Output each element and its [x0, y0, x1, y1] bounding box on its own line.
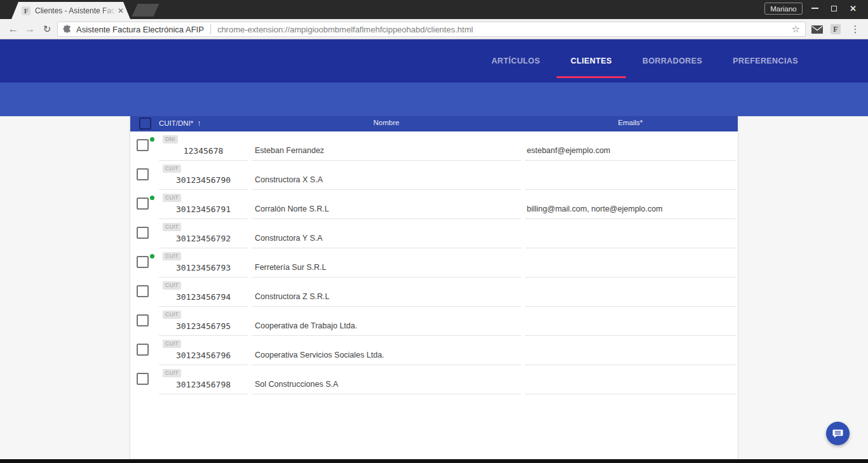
cuit-field[interactable]: CUIT 30123456793	[159, 248, 248, 278]
cuit-field[interactable]: CUIT 30123456794	[159, 278, 248, 307]
nav-item-clientes[interactable]: CLIENTES	[571, 39, 612, 83]
browser-profile-button[interactable]: Mariano	[764, 3, 803, 15]
bookmark-star-icon[interactable]: ☆	[792, 23, 800, 35]
table-row: CUIT 30123456793 Ferretería Sur S.R.L	[130, 248, 738, 278]
back-button[interactable]: ←	[5, 22, 22, 37]
extension-name: Asistente Factura Electrónica AFIP	[76, 25, 204, 34]
cuit-field[interactable]: CUIT 30123456792	[159, 219, 248, 248]
name-field[interactable]: Constructora X S.A	[252, 161, 521, 190]
id-number: 30123456793	[159, 263, 248, 272]
extension-puzzle-icon	[63, 25, 72, 34]
window-close-button[interactable]: ✕	[844, 0, 862, 17]
browser-menu-button[interactable]: ⋮	[848, 22, 863, 36]
page-toolbar: Clientes Editar listado de clientes - Gu…	[0, 83, 868, 116]
forward-button[interactable]: →	[22, 22, 38, 37]
row-checkbox[interactable]	[137, 198, 149, 210]
cuit-field[interactable]: CUIT 30123456796	[159, 336, 248, 365]
client-name: Constructora Y S.A	[255, 234, 323, 243]
column-header-nombre[interactable]: Nombre	[252, 119, 521, 126]
emails-field[interactable]	[525, 365, 736, 394]
id-number: 30123456798	[159, 380, 248, 389]
client-name: Constructora Z S.R.L	[255, 292, 329, 301]
id-type-badge: CUIT	[163, 340, 181, 348]
row-checkbox[interactable]	[137, 373, 149, 385]
new-tab-button[interactable]	[132, 4, 159, 17]
table-row: CUIT 30123456791 Corralón Norte S.R.L bi…	[130, 190, 738, 219]
screen-bottom-edge	[0, 459, 868, 463]
name-field[interactable]: Constructora Y S.A	[252, 219, 521, 248]
browser-toolbar: ← → ↻ Asistente Factura Electrónica AFIP…	[0, 19, 868, 39]
emails-field[interactable]	[525, 278, 736, 307]
id-number: 30123456790	[159, 175, 248, 185]
afip-extension-button[interactable]: F	[828, 22, 843, 36]
address-bar[interactable]: Asistente Factura Electrónica AFIP chrom…	[57, 22, 806, 37]
id-number: 30123456795	[159, 321, 248, 331]
client-name: Sol Construcciones S.A	[255, 380, 338, 389]
column-header-emails[interactable]: Emails*	[525, 119, 736, 126]
synced-indicator	[150, 196, 154, 200]
id-number: 12345678	[159, 146, 248, 156]
row-checkbox[interactable]	[137, 314, 149, 326]
client-name: Cooperativa de Trabajo Ltda.	[255, 321, 357, 330]
window-restore-button[interactable]	[825, 0, 843, 17]
id-type-badge: CUIT	[163, 223, 181, 231]
name-field[interactable]: Cooperativa Servicios Sociales Ltda.	[252, 336, 521, 365]
row-select-cell	[130, 131, 159, 161]
id-type-badge: CUIT	[163, 194, 181, 202]
name-field[interactable]: Sol Construcciones S.A	[252, 365, 521, 394]
client-table-body: DNI 12345678 Esteban Fernandez estebanf@…	[130, 131, 738, 394]
app-header: F Empresa local GRATIS Administrador ▼ A…	[0, 39, 868, 83]
main-nav: ARTÍCULOSCLIENTESBORRADORESPREFERENCIAS	[491, 39, 798, 83]
table-row: CUIT 30123456798 Sol Construcciones S.A	[130, 365, 738, 394]
emails-field[interactable]: estebanf@ejemplo.com	[525, 131, 736, 161]
row-select-cell	[130, 161, 159, 190]
synced-indicator	[150, 137, 154, 142]
cuit-field[interactable]: CUIT 30123456795	[159, 307, 248, 336]
id-type-badge: CUIT	[163, 311, 181, 319]
browser-titlebar: F Clientes - Asistente Factu ✕ Mariano ✕	[0, 0, 868, 19]
cuit-field[interactable]: CUIT 30123456798	[159, 365, 248, 394]
row-checkbox[interactable]	[137, 285, 149, 297]
row-checkbox[interactable]	[137, 344, 149, 356]
id-number: 30123456792	[159, 234, 248, 243]
row-checkbox[interactable]	[137, 227, 149, 239]
window-minimize-button[interactable]	[806, 0, 824, 17]
emails-field[interactable]: billing@mail.com, norte@ejemplo.com	[525, 190, 736, 219]
emails-field[interactable]	[525, 307, 736, 336]
row-checkbox[interactable]	[137, 168, 149, 180]
client-name: Corralón Norte S.R.L	[255, 205, 329, 213]
cuit-field[interactable]: CUIT 30123456791	[159, 190, 248, 219]
row-checkbox[interactable]	[137, 139, 149, 151]
client-name: Constructora X S.A	[255, 175, 323, 184]
nav-item-preferencias[interactable]: PREFERENCIAS	[733, 39, 798, 83]
table-row: CUIT 30123456794 Constructora Z S.R.L	[130, 278, 738, 307]
name-field[interactable]: Corralón Norte S.R.L	[252, 190, 521, 219]
emails-field[interactable]	[525, 219, 736, 248]
nav-item-artículos[interactable]: ARTÍCULOS	[491, 39, 540, 83]
nav-item-borradores[interactable]: BORRADORES	[642, 39, 702, 83]
name-field[interactable]: Cooperativa de Trabajo Ltda.	[252, 307, 521, 336]
chat-bubble-icon	[832, 429, 843, 439]
tab-close-icon[interactable]: ✕	[118, 6, 124, 15]
row-checkbox[interactable]	[137, 256, 149, 268]
chat-fab-button[interactable]	[826, 422, 850, 445]
mail-extension-button[interactable]	[810, 22, 825, 36]
id-type-badge: CUIT	[163, 164, 181, 173]
name-field[interactable]: Constructora Z S.R.L	[252, 278, 521, 307]
emails-field[interactable]	[525, 161, 736, 190]
row-select-cell	[130, 365, 159, 394]
reload-button[interactable]: ↻	[39, 22, 55, 37]
column-header-cuit[interactable]: CUIT/DNI*↑	[159, 119, 261, 128]
cuit-field[interactable]: DNI 12345678	[159, 131, 248, 161]
table-row: CUIT 30123456790 Constructora X S.A	[130, 161, 738, 190]
name-field[interactable]: Esteban Fernandez	[252, 131, 521, 161]
cuit-field[interactable]: CUIT 30123456790	[159, 161, 248, 190]
row-select-cell	[130, 307, 159, 336]
emails-field[interactable]	[525, 336, 736, 365]
emails-field[interactable]	[525, 248, 736, 278]
table-row: CUIT 30123456792 Constructora Y S.A	[130, 219, 738, 248]
browser-tab[interactable]: F Clientes - Asistente Factu ✕	[11, 2, 130, 19]
id-number: 30123456791	[159, 205, 248, 214]
select-all-checkbox[interactable]	[139, 117, 151, 130]
name-field[interactable]: Ferretería Sur S.R.L	[252, 248, 521, 278]
